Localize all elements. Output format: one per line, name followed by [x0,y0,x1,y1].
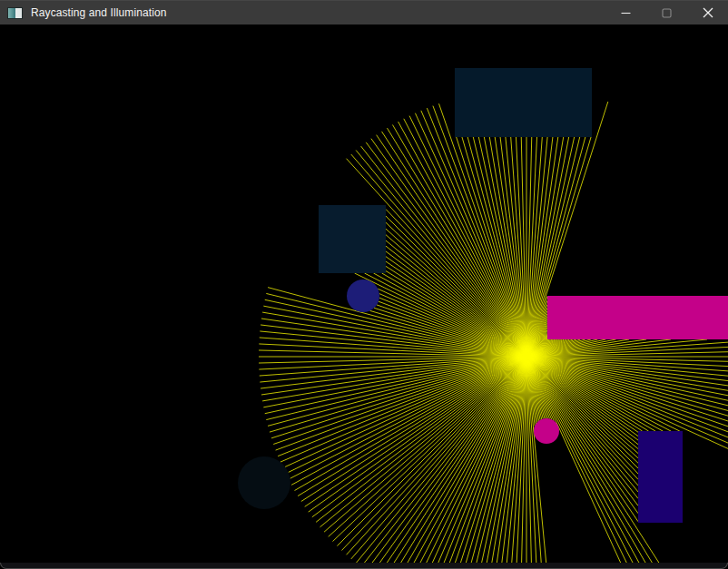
close-icon [703,7,713,18]
scene-canvas[interactable] [0,25,728,563]
maximize-icon [662,8,672,18]
titlebar[interactable]: Raycasting and Illumination [0,0,728,25]
maximize-button[interactable] [646,1,687,25]
window-controls [605,1,728,25]
minimize-button[interactable] [605,1,646,25]
app-icon [7,7,23,19]
window-title: Raycasting and Illumination [31,6,166,19]
app-window: Raycasting and Illumination [0,0,728,569]
minimize-icon [621,8,631,18]
close-button[interactable] [687,1,728,25]
window-bottom-frame [0,563,728,569]
raycasting-viewport [0,25,728,563]
